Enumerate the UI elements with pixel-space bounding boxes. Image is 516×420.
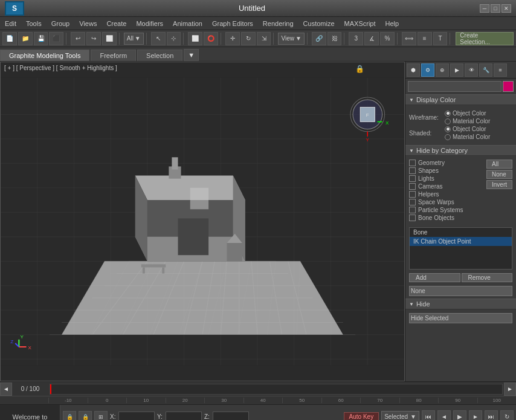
toolbar-percent-snap[interactable]: % [380, 32, 395, 45]
wireframe-material-color[interactable]: Material Color [445, 118, 490, 124]
toolbar-link[interactable]: 🔗 [312, 32, 326, 45]
x-input[interactable] [118, 412, 155, 421]
hide-selected-button[interactable]: Hide Selected [409, 313, 512, 323]
toolbar-circle-select[interactable]: ⭕ [204, 32, 218, 45]
toolbar-new[interactable]: 📄 [2, 32, 17, 45]
shaded-material-color[interactable]: Material Color [445, 134, 490, 140]
menu-views[interactable]: Views [74, 19, 102, 28]
menu-animation[interactable]: Animation [168, 19, 207, 28]
toolbar-angle-snap[interactable]: ∡ [364, 32, 379, 45]
hbc-geometry-check[interactable] [409, 160, 416, 166]
hbc-invert-button[interactable]: Invert [486, 180, 512, 189]
list-add-button[interactable]: Add [409, 273, 460, 282]
toolbar-text[interactable]: T [433, 32, 448, 45]
list-item-bone[interactable]: Bone [410, 228, 512, 237]
view-dropdown[interactable]: View ▼ [278, 33, 304, 45]
hbc-cameras-check[interactable] [409, 183, 416, 190]
minimize-button[interactable]: ─ [480, 4, 489, 13]
tab-freeform[interactable]: Freeform [91, 50, 136, 61]
panel-icon-modify[interactable]: ⚙ [421, 63, 434, 77]
hbc-spacewarps-check[interactable] [409, 199, 416, 205]
hbc-helpers-check[interactable] [409, 191, 416, 198]
toolbar-save-as[interactable]: ⬛ [49, 32, 63, 45]
toolbar-mirror[interactable]: ⟺ [402, 32, 416, 45]
hbc-bones-check[interactable] [409, 215, 416, 221]
toolbar-save[interactable]: 💾 [34, 32, 48, 45]
tab-more-button[interactable]: ▼ [184, 49, 199, 61]
toolbar-select-region[interactable]: ⊹ [167, 32, 181, 45]
toolbar-redo[interactable]: ↪ [86, 32, 101, 45]
toolbar-rotate[interactable]: ↻ [241, 32, 256, 45]
panel-icon-motion[interactable]: ▶ [450, 63, 463, 77]
list-remove-button[interactable]: Remove [462, 273, 513, 282]
menu-customize[interactable]: Customize [298, 19, 340, 28]
z-input[interactable] [213, 412, 249, 421]
selected-chevron-icon: ▼ [410, 413, 416, 420]
y-input[interactable] [166, 412, 202, 421]
menu-group[interactable]: Group [47, 19, 75, 28]
toolbar-select[interactable]: ↖ [151, 32, 166, 45]
panel-icon-settings[interactable]: ≡ [494, 63, 507, 77]
window-controls[interactable]: ─ □ ✕ [480, 4, 511, 13]
filter-dropdown[interactable]: All ▼ [124, 33, 144, 45]
color-swatch[interactable] [503, 81, 514, 92]
selected-dropdown[interactable]: Selected ▼ [381, 411, 419, 421]
tab-graphite[interactable]: Graphite Modeling Tools [0, 50, 89, 61]
panel-icon-utilities[interactable]: 🔧 [479, 63, 492, 77]
hbc-lights-check[interactable] [409, 175, 416, 182]
panel-icon-hierarchy[interactable]: ⊕ [436, 63, 449, 77]
panel-icon-create[interactable]: ⬢ [407, 63, 420, 77]
play-prev-button[interactable]: ◄ [437, 410, 451, 421]
shaded-material-radio[interactable] [445, 134, 451, 140]
timeline-play-button[interactable]: ◄ [0, 383, 12, 396]
play-button[interactable]: ▶ [453, 410, 466, 421]
menu-tools[interactable]: Tools [21, 19, 47, 28]
timeline-end-button[interactable]: ► [504, 383, 516, 396]
toolbar-hold[interactable]: ⬜ [102, 32, 117, 45]
menu-create[interactable]: Create [102, 19, 131, 28]
toolbar-scale[interactable]: ⇲ [257, 32, 271, 45]
frame-step-button[interactable]: ↻ [500, 410, 514, 421]
wireframe-object-radio[interactable] [445, 111, 451, 117]
toolbar-snap[interactable]: 3 [349, 32, 363, 45]
menu-maxscript[interactable]: MAXScript [340, 19, 381, 28]
hbc-shapes-check[interactable] [409, 167, 416, 174]
search-input[interactable] [408, 81, 501, 92]
list-none-button[interactable]: None [409, 286, 512, 296]
viewport-3d[interactable]: [ + ] [ Perspective ] [ Smooth + Highlig… [0, 62, 405, 381]
toolbar-undo[interactable]: ↩ [71, 32, 85, 45]
shaded-object-color[interactable]: Object Color [445, 126, 490, 132]
lock-y-button[interactable]: 🔒 [79, 411, 92, 421]
auto-key-button[interactable]: Auto Key [344, 412, 379, 420]
hbc-particles-check[interactable] [409, 207, 416, 213]
list-item-ik-chain[interactable]: IK Chain Object Point [410, 237, 512, 246]
svg-text:Y: Y [20, 334, 24, 340]
create-selection-button[interactable]: Create Selection... [456, 32, 514, 45]
menu-modifiers[interactable]: Modifiers [131, 19, 168, 28]
maximize-button[interactable]: □ [491, 4, 500, 13]
play-next-button[interactable]: ► [469, 410, 482, 421]
menu-edit[interactable]: Edit [0, 19, 21, 28]
menu-rendering[interactable]: Rendering [258, 19, 298, 28]
tab-selection[interactable]: Selection [137, 50, 182, 61]
close-button[interactable]: ✕ [501, 4, 511, 13]
wireframe-material-radio[interactable] [445, 118, 451, 124]
toolbar-rect-select[interactable]: ⬜ [188, 32, 202, 45]
hbc-all-button[interactable]: All [486, 160, 512, 169]
toolbar-align[interactable]: ≡ [418, 32, 432, 45]
toolbar-unlink[interactable]: ⛓ [327, 32, 342, 45]
wireframe-object-color[interactable]: Object Color [445, 110, 490, 117]
menu-help[interactable]: Help [381, 19, 404, 28]
lock-x-button[interactable]: 🔒 [63, 411, 76, 421]
hbc-none-button[interactable]: None [486, 170, 512, 179]
timeline-track[interactable] [50, 384, 503, 395]
play-first-button[interactable]: ⏮ [422, 410, 435, 421]
play-last-button[interactable]: ⏭ [485, 410, 498, 421]
toolbar-open[interactable]: 📁 [18, 32, 33, 45]
grid-button[interactable]: ⊞ [94, 411, 108, 421]
menu-graph-editors[interactable]: Graph Editors [207, 19, 258, 28]
category-list-box[interactable]: Bone IK Chain Object Point [409, 227, 512, 270]
shaded-object-radio[interactable] [445, 126, 451, 132]
panel-icon-display[interactable]: 👁 [465, 63, 478, 77]
toolbar-move[interactable]: ✛ [225, 32, 240, 45]
